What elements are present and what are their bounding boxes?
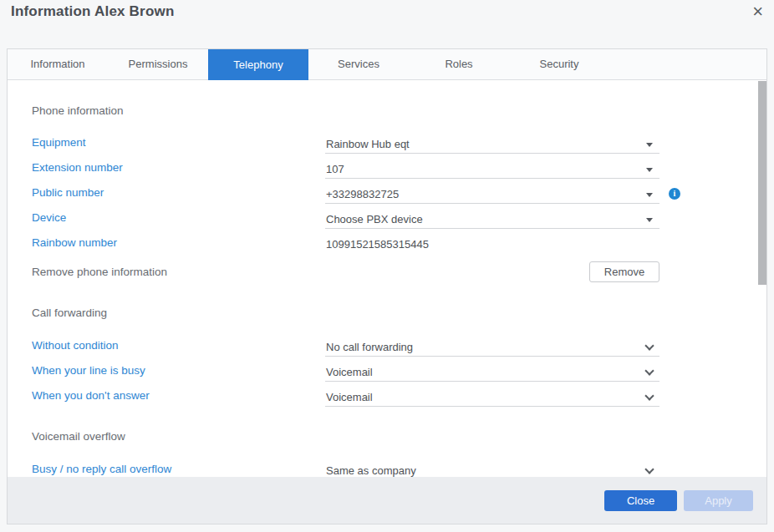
equipment-value: Rainbow Hub eqt	[326, 138, 410, 150]
tab-security[interactable]: Security	[509, 49, 609, 79]
public-number-value: +33298832725	[326, 188, 399, 200]
user-information-modal: { "modal": { "title": "Information Alex …	[0, 0, 774, 532]
line-busy-label: When your line is busy	[32, 364, 145, 377]
remove-phone-information-label: Remove phone information	[32, 266, 167, 278]
equipment-label: Equipment	[32, 136, 86, 149]
apply-button[interactable]: Apply	[684, 490, 753, 511]
scrollbar-thumb[interactable]	[758, 81, 766, 285]
remove-button[interactable]: Remove	[589, 261, 659, 282]
device-label: Device	[32, 211, 66, 224]
close-button[interactable]: Close	[604, 490, 677, 511]
dropdown-arrow-icon	[646, 218, 653, 222]
equipment-select[interactable]: Rainbow Hub eqt	[325, 136, 659, 154]
tab-permissions[interactable]: Permissions	[108, 49, 208, 79]
dropdown-arrow-icon	[646, 168, 653, 172]
without-condition-select[interactable]: No call forwarding	[325, 339, 659, 357]
tab-telephony[interactable]: Telephony	[208, 49, 308, 80]
tab-services[interactable]: Services	[308, 49, 409, 79]
telephony-panel: Information Permissions Telephony Servic…	[7, 48, 767, 524]
phone-information-heading: Phone information	[32, 104, 124, 117]
close-icon[interactable]: ×	[752, 0, 763, 23]
modal-footer: Close Apply	[8, 477, 766, 524]
without-condition-value: No call forwarding	[326, 341, 413, 353]
extension-number-label: Extension number	[32, 161, 123, 174]
line-busy-value: Voicemail	[326, 366, 373, 378]
extension-number-value: 107	[326, 163, 344, 175]
overflow-label: Busy / no reply call overflow	[32, 463, 171, 475]
no-answer-label: When you don't answer	[32, 389, 150, 402]
extension-number-select[interactable]: 107	[325, 161, 659, 179]
call-forwarding-heading: Call forwarding	[32, 307, 107, 319]
modal-title: Information Alex Brown	[11, 3, 175, 20]
device-value: Choose PBX device	[326, 213, 423, 225]
chevron-down-icon	[644, 341, 654, 350]
line-busy-select[interactable]: Voicemail	[325, 364, 659, 382]
public-number-label: Public number	[32, 186, 104, 199]
device-select[interactable]: Choose PBX device	[325, 211, 659, 229]
rainbow-number-value: 10991521585315445	[325, 236, 659, 254]
tab-roles[interactable]: Roles	[409, 49, 509, 79]
without-condition-label: Without condition	[32, 339, 119, 352]
chevron-down-icon	[644, 391, 654, 400]
tab-bar: Information Permissions Telephony Servic…	[8, 49, 766, 80]
tab-information[interactable]: Information	[8, 49, 108, 79]
chevron-down-icon	[644, 366, 654, 375]
rainbow-number-label: Rainbow number	[32, 236, 117, 249]
public-number-select[interactable]: +33298832725	[325, 186, 659, 204]
dropdown-arrow-icon	[646, 143, 653, 147]
dropdown-arrow-icon	[646, 193, 653, 197]
no-answer-value: Voicemail	[326, 391, 373, 403]
info-icon[interactable]: i	[669, 188, 680, 200]
overflow-value: Same as company	[326, 464, 416, 477]
voicemail-overflow-heading: Voicemail overflow	[32, 430, 125, 443]
no-answer-select[interactable]: Voicemail	[325, 389, 659, 407]
chevron-down-icon	[644, 464, 654, 474]
